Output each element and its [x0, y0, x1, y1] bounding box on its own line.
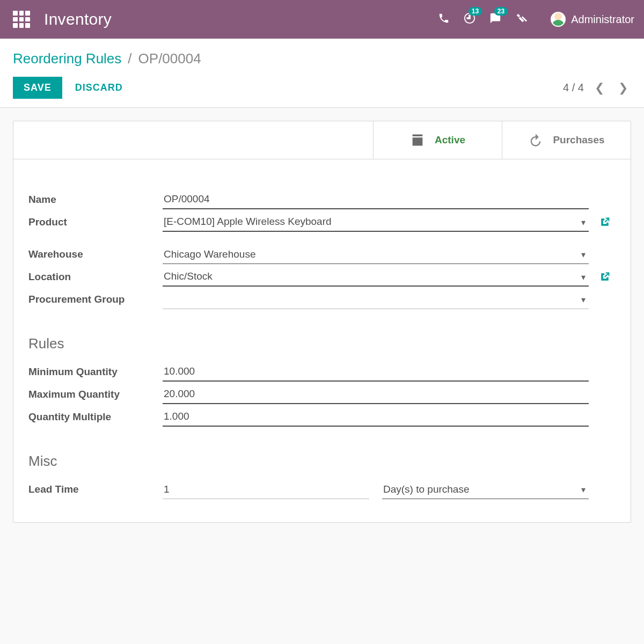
breadcrumb-current: OP/00004: [138, 50, 201, 67]
refresh-icon: [528, 133, 543, 148]
avatar-icon: [551, 12, 566, 27]
topbar-tray: 13 23 Administrator: [438, 12, 634, 27]
archive-icon: [410, 133, 425, 148]
topbar: Inventory 13 23 Administrator: [0, 0, 644, 39]
pager: 4 / 4 ❮ ❯: [563, 79, 631, 97]
qty-mult-input[interactable]: [163, 407, 589, 427]
product-external-link-icon[interactable]: [594, 217, 616, 228]
name-input[interactable]: [163, 190, 589, 209]
location-input[interactable]: [163, 267, 589, 287]
qty-mult-label: Quantity Multiple: [28, 406, 157, 428]
breadcrumb-separator: /: [128, 50, 131, 67]
activities-badge: 13: [469, 7, 482, 16]
pager-next-icon[interactable]: ❯: [615, 79, 631, 97]
max-qty-input[interactable]: [163, 385, 589, 404]
form-sheet: Active Purchases Name Product ▾: [13, 121, 631, 523]
tools-icon[interactable]: [515, 12, 527, 26]
procgroup-label: Procurement Group: [28, 288, 157, 311]
active-toggle-button[interactable]: Active: [373, 121, 502, 159]
pager-text: 4 / 4: [563, 82, 584, 94]
breadcrumb-parent[interactable]: Reordering Rules: [13, 50, 121, 67]
location-external-link-icon[interactable]: [594, 272, 616, 282]
leadtime-value-input[interactable]: [163, 480, 369, 499]
location-label: Location: [28, 266, 157, 288]
discuss-icon[interactable]: 23: [489, 12, 501, 26]
purchases-button[interactable]: Purchases: [502, 121, 631, 159]
stat-button-row: Active Purchases: [13, 121, 631, 159]
product-input[interactable]: [163, 213, 589, 232]
discuss-badge: 23: [494, 7, 508, 16]
discard-button[interactable]: Discard: [75, 82, 123, 93]
product-label: Product: [28, 211, 157, 233]
warehouse-input[interactable]: [163, 245, 589, 264]
app-title: Inventory: [44, 10, 112, 28]
phone-icon[interactable]: [438, 12, 450, 26]
misc-section-title: Misc: [28, 428, 616, 478]
active-label: Active: [435, 134, 465, 146]
user-menu[interactable]: Administrator: [551, 12, 634, 27]
control-panel: Reordering Rules / OP/00004 Save Discard…: [0, 39, 644, 108]
leadtime-label: Lead Time: [28, 478, 157, 501]
name-label: Name: [28, 188, 157, 211]
max-qty-label: Maximum Quantity: [28, 383, 157, 406]
breadcrumb: Reordering Rules / OP/00004: [13, 50, 631, 67]
sheet-wrapper: Active Purchases Name Product ▾: [0, 108, 644, 536]
min-qty-label: Minimum Quantity: [28, 361, 157, 383]
pager-prev-icon[interactable]: ❮: [591, 79, 608, 97]
activities-icon[interactable]: 13: [464, 12, 475, 26]
form-body: Name Product ▾ Warehouse ▾ Lo: [13, 159, 631, 522]
user-name: Administrator: [571, 13, 634, 26]
warehouse-label: Warehouse: [28, 243, 157, 266]
rules-section-title: Rules: [28, 311, 616, 361]
leadtime-unit-select[interactable]: [382, 480, 589, 499]
apps-menu-icon[interactable]: [13, 11, 30, 28]
min-qty-input[interactable]: [163, 362, 589, 382]
save-button[interactable]: Save: [13, 77, 62, 99]
actions-row: Save Discard 4 / 4 ❮ ❯: [13, 77, 631, 99]
purchases-label: Purchases: [553, 134, 604, 146]
procgroup-input[interactable]: [163, 290, 589, 309]
